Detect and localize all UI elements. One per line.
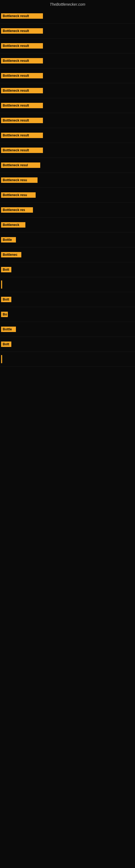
bottleneck-row: Bottleneck result [0, 24, 135, 38]
bottleneck-row: Bott [0, 337, 135, 352]
bottleneck-row: Bottleneck [0, 218, 135, 232]
bottleneck-row: Bottleneck result [0, 98, 135, 113]
bottleneck-row: Bottleneck result [0, 83, 135, 98]
bottleneck-row: Bottleneck res [0, 203, 135, 218]
bottleneck-badge: Bottleneck res [1, 207, 33, 213]
bottleneck-badge: Bottleneck result [1, 103, 43, 108]
bottleneck-row: Bo [0, 307, 135, 322]
bottleneck-badge: Bott [1, 267, 11, 272]
bottleneck-badge: Bottleneck result [1, 88, 43, 93]
bottleneck-row: Bottle [0, 322, 135, 337]
bottleneck-row: Bottlenec [0, 247, 135, 262]
bottleneck-row: Bottleneck result [0, 113, 135, 128]
bottleneck-badge: Bottleneck result [1, 13, 43, 19]
bottleneck-badge: Bottleneck result [1, 43, 43, 49]
bottleneck-row: Bottleneck result [0, 9, 135, 24]
bottleneck-badge: Bottleneck result [1, 73, 43, 79]
bottleneck-badge: Bottle [1, 237, 16, 243]
bottleneck-badge: Bottleneck result [1, 118, 43, 123]
bottleneck-row: Bottleneck resul [0, 158, 135, 173]
bottleneck-badge: Bo [1, 312, 8, 317]
bottleneck-badge: Bottleneck result [1, 58, 43, 63]
bottleneck-badge: Bottle [1, 327, 16, 332]
bottleneck-badge: Bottleneck resul [1, 162, 40, 168]
bottleneck-row: Bottle [0, 232, 135, 247]
bottleneck-row: Bott [0, 262, 135, 277]
bottleneck-row [0, 352, 135, 367]
bottleneck-row: Bott [0, 292, 135, 307]
bottleneck-row: Bottleneck result [0, 54, 135, 68]
site-title: TheBottlenecker.com [0, 0, 135, 9]
bottleneck-row: Bottleneck result [0, 68, 135, 83]
bottleneck-row: Bottleneck result [0, 38, 135, 54]
bottleneck-badge: Bott [1, 341, 11, 347]
bottleneck-row: Bottleneck result [0, 143, 135, 158]
bottleneck-badge: Bottlenec [1, 252, 21, 257]
bottleneck-badge: Bottleneck result [1, 148, 43, 153]
vertical-bar-indicator [1, 355, 2, 363]
bottleneck-badge: Bottleneck result [1, 133, 43, 138]
bottleneck-badge: Bottleneck resu [1, 192, 36, 198]
bottleneck-badge: Bottleneck [1, 222, 26, 227]
bottleneck-badge: Bott [1, 297, 11, 302]
vertical-bar-indicator [1, 280, 2, 289]
bottleneck-row: Bottleneck resu [0, 188, 135, 203]
bottleneck-row: Bottleneck resu [0, 173, 135, 188]
bottleneck-badge: Bottleneck result [1, 28, 43, 34]
bottleneck-row: Bottleneck result [0, 128, 135, 143]
bottleneck-row [0, 277, 135, 292]
bottleneck-badge: Bottleneck resu [1, 177, 38, 183]
